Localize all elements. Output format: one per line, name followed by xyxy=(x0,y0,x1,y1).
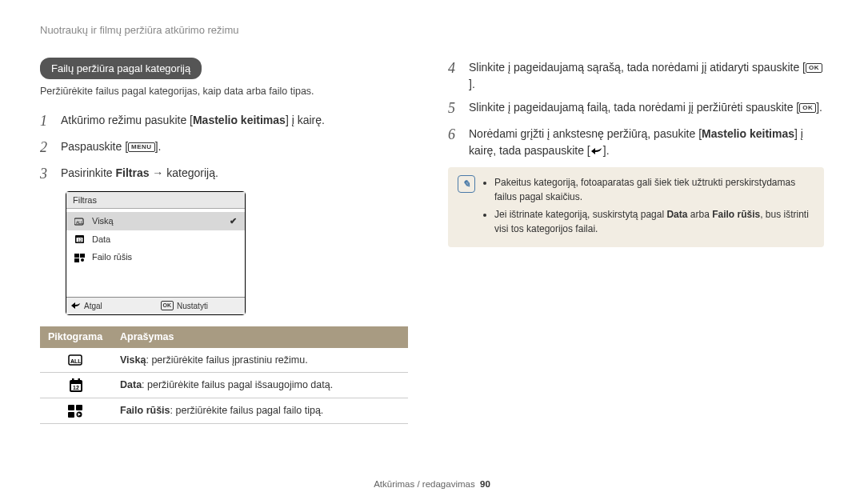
screenshot-item-date: 12 Data xyxy=(66,230,245,249)
page-header: Nuotraukų ir filmų peržiūra atkūrimo rež… xyxy=(40,22,824,38)
row-icon-all: ALL xyxy=(40,348,112,373)
ok-button-icon: OK xyxy=(806,63,822,73)
step3-bold: Filtras xyxy=(115,166,149,179)
svg-rect-13 xyxy=(72,378,74,382)
menu-button-icon: MENU xyxy=(128,142,155,152)
table-row: Failo rūšis: peržiūrėkite failus pagal f… xyxy=(40,398,408,424)
check-icon: ✔ xyxy=(230,214,237,228)
step4-text-a: Slinkite į pageidaujamą sąrašą, tada nor… xyxy=(469,61,806,74)
table-row: 12 Data: peržiūrėkite failus pagal išsau… xyxy=(40,373,408,398)
calendar-icon: 12 xyxy=(74,234,86,244)
filetype-icon xyxy=(74,253,86,262)
svg-text:ALL: ALL xyxy=(70,358,82,364)
page-footer: Atkūrimas / redagavimas 90 xyxy=(0,478,864,491)
screenshot-item-label: Data xyxy=(92,233,110,246)
back-arrow-icon xyxy=(71,300,81,312)
row-icon-filetype xyxy=(40,398,112,424)
icon-description-table: Piktograma Aprašymas ALL Viską: peržiūrė… xyxy=(40,326,408,424)
filter-screenshot: Filtras ALL Viską ✔ 12 Data xyxy=(66,191,246,315)
left-column: Failų peržiūra pagal kategoriją Peržiūrė… xyxy=(40,58,416,424)
step3-text-b: → kategoriją. xyxy=(149,166,218,179)
step5-text-a: Slinkite į pageidaujamą failą, tada norė… xyxy=(469,101,799,114)
info-icon: ✎ xyxy=(458,175,475,193)
step-number-2: 2 xyxy=(40,137,53,158)
screenshot-item-label: Failo rūšis xyxy=(92,250,132,264)
section-subtext: Peržiūrėkite failus pagal kategorijas, k… xyxy=(40,84,416,99)
table-header-desc: Aprašymas xyxy=(112,326,408,348)
svg-rect-18 xyxy=(68,412,74,418)
screenshot-item-label: Viską xyxy=(92,214,114,228)
step1-text-b: ] į kairę. xyxy=(286,114,325,126)
step5-text-b: ]. xyxy=(816,101,822,114)
table-row: ALL Viską: peržiūrėkite failus įprastini… xyxy=(40,348,408,373)
step2-text-b: ]. xyxy=(155,140,162,153)
info-item-2: Jei ištrinate kategoriją, suskirstytą pa… xyxy=(494,207,814,236)
svg-rect-17 xyxy=(76,405,82,410)
step2-text-a: Paspauskite [ xyxy=(61,140,128,153)
screenshot-footer-right: OK Nustatyti xyxy=(156,298,246,314)
step3-text-a: Pasirinkite xyxy=(61,166,115,179)
step-number-3: 3 xyxy=(40,163,53,185)
screenshot-item-all: ALL Viską ✔ xyxy=(66,212,245,230)
svg-point-8 xyxy=(81,258,84,262)
ok-button-icon: OK xyxy=(799,103,816,113)
svg-rect-14 xyxy=(78,378,81,382)
ok-button-icon: OK xyxy=(161,301,174,310)
step6-text-c: ]. xyxy=(603,144,610,157)
step1-bold: Mastelio keitimas xyxy=(193,114,286,126)
svg-text:12: 12 xyxy=(78,238,82,242)
svg-rect-16 xyxy=(68,405,74,410)
step1-text-a: Atkūrimo režimu pasukite [ xyxy=(61,114,193,126)
right-column: 4 Slinkite į pageidaujamą sąrašą, tada n… xyxy=(448,58,824,424)
step4-text-b: ]. xyxy=(469,78,475,90)
table-header-icon: Piktograma xyxy=(40,326,112,348)
step-number-5: 5 xyxy=(448,98,461,119)
info-item-1: Pakeitus kategoriją, fotoaparatas gali š… xyxy=(494,175,814,204)
row-icon-date: 12 xyxy=(40,373,112,398)
screenshot-item-type: Failo rūšis xyxy=(66,248,245,266)
info-box: ✎ Pakeitus kategoriją, fotoaparatas gali… xyxy=(448,167,824,247)
screenshot-footer-left: Atgal xyxy=(66,298,156,314)
screenshot-title: Filtras xyxy=(66,192,245,210)
all-icon: ALL xyxy=(74,217,86,226)
svg-text:ALL: ALL xyxy=(76,220,83,225)
section-badge: Failų peržiūra pagal kategoriją xyxy=(40,58,202,80)
svg-rect-6 xyxy=(80,254,85,258)
svg-rect-5 xyxy=(74,254,79,258)
step6-text-a: Norėdami grįžti į ankstesnę peržiūrą, pa… xyxy=(469,127,702,140)
svg-rect-7 xyxy=(74,258,79,262)
step-number-4: 4 xyxy=(448,58,461,79)
return-arrow-icon xyxy=(590,144,603,157)
svg-text:12: 12 xyxy=(73,385,79,390)
step-number-1: 1 xyxy=(40,110,53,132)
step-number-6: 6 xyxy=(448,124,461,146)
step6-bold: Mastelio keitimas xyxy=(702,127,794,140)
